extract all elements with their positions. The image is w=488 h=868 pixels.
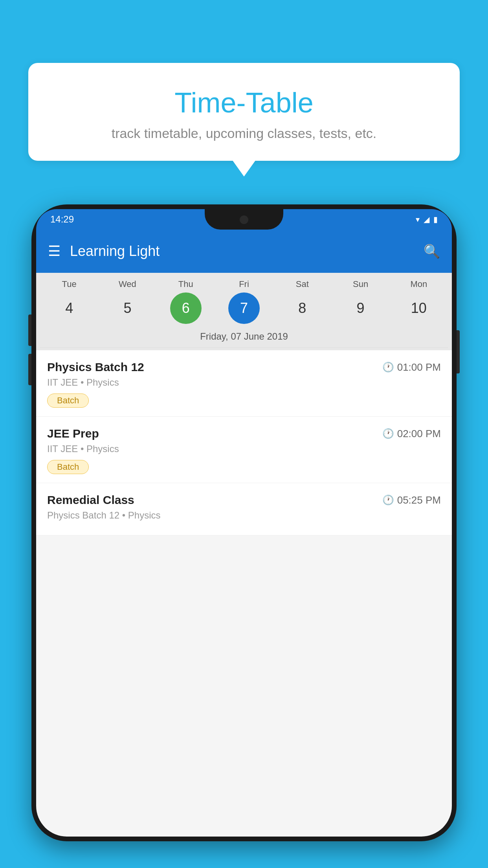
selected-date-label: Friday, 07 June 2019 xyxy=(40,329,448,348)
class-item-1[interactable]: JEE Prep🕐 02:00 PMIIT JEE • PhysicsBatch xyxy=(36,417,452,483)
day-header-wed: Wed xyxy=(102,279,153,289)
class-subtitle-0: IIT JEE • Physics xyxy=(47,377,441,388)
class-name-2: Remedial Class xyxy=(47,493,134,507)
phone-screen: ☰ Learning Light 🔍 TueWedThuFriSatSunMon… xyxy=(36,230,452,837)
volume-button-down xyxy=(28,354,31,385)
day-number-10[interactable]: 10 xyxy=(403,292,435,324)
day-number-8[interactable]: 8 xyxy=(286,292,318,324)
class-subtitle-1: IIT JEE • Physics xyxy=(47,443,441,454)
day-number-7[interactable]: 7 xyxy=(228,292,260,324)
batch-badge-1: Batch xyxy=(47,460,89,474)
class-name-1: JEE Prep xyxy=(47,427,99,440)
day-number-5[interactable]: 5 xyxy=(112,292,143,324)
volume-button-up xyxy=(28,314,31,346)
batch-badge-0: Batch xyxy=(47,394,89,408)
day-number-6[interactable]: 6 xyxy=(170,292,202,324)
day-number-9[interactable]: 9 xyxy=(345,292,376,324)
class-time-2: 🕐 05:25 PM xyxy=(382,494,441,506)
hamburger-icon[interactable]: ☰ xyxy=(48,243,61,259)
day-header-fri: Fri xyxy=(218,279,270,289)
class-item-2[interactable]: Remedial Class🕐 05:25 PMPhysics Batch 12… xyxy=(36,483,452,535)
tooltip-card: Time-Table track timetable, upcoming cla… xyxy=(28,63,460,161)
phone-notch xyxy=(205,209,283,230)
search-icon[interactable]: 🔍 xyxy=(424,243,440,259)
class-subtitle-2: Physics Batch 12 • Physics xyxy=(47,510,441,521)
class-list: Physics Batch 12🕐 01:00 PMIIT JEE • Phys… xyxy=(36,350,452,535)
day-header-sun: Sun xyxy=(335,279,386,289)
tooltip-title: Time-Table xyxy=(48,86,440,119)
wifi-icon: ▾ xyxy=(416,215,420,224)
app-title: Learning Light xyxy=(70,243,424,259)
day-headers: TueWedThuFriSatSunMon xyxy=(40,279,448,289)
class-time-1: 🕐 02:00 PM xyxy=(382,428,441,440)
signal-icon: ◢ xyxy=(424,215,429,224)
clock-icon: 🕐 xyxy=(382,495,394,506)
calendar-strip: TueWedThuFriSatSunMon 45678910 Friday, 0… xyxy=(36,273,452,350)
clock-icon: 🕐 xyxy=(382,362,394,373)
day-header-tue: Tue xyxy=(44,279,95,289)
day-header-mon: Mon xyxy=(393,279,444,289)
status-time: 14:29 xyxy=(50,214,74,225)
day-number-4[interactable]: 4 xyxy=(53,292,85,324)
phone-camera xyxy=(240,215,248,224)
class-time-0: 🕐 01:00 PM xyxy=(382,361,441,373)
tooltip-subtitle: track timetable, upcoming classes, tests… xyxy=(48,126,440,141)
day-header-thu: Thu xyxy=(160,279,211,289)
phone-container: 14:29 ▾ ◢ ▮ ☰ Learning Light 🔍 Tu xyxy=(31,204,457,868)
battery-icon: ▮ xyxy=(433,215,438,224)
class-item-0[interactable]: Physics Batch 12🕐 01:00 PMIIT JEE • Phys… xyxy=(36,350,452,417)
app-bar: ☰ Learning Light 🔍 xyxy=(36,230,452,273)
phone-frame: 14:29 ▾ ◢ ▮ ☰ Learning Light 🔍 Tu xyxy=(31,204,457,841)
status-icons: ▾ ◢ ▮ xyxy=(416,215,438,224)
day-numbers: 45678910 xyxy=(40,292,448,324)
day-header-sat: Sat xyxy=(277,279,328,289)
power-button xyxy=(457,330,460,373)
class-name-0: Physics Batch 12 xyxy=(47,360,144,374)
clock-icon: 🕐 xyxy=(382,428,394,439)
